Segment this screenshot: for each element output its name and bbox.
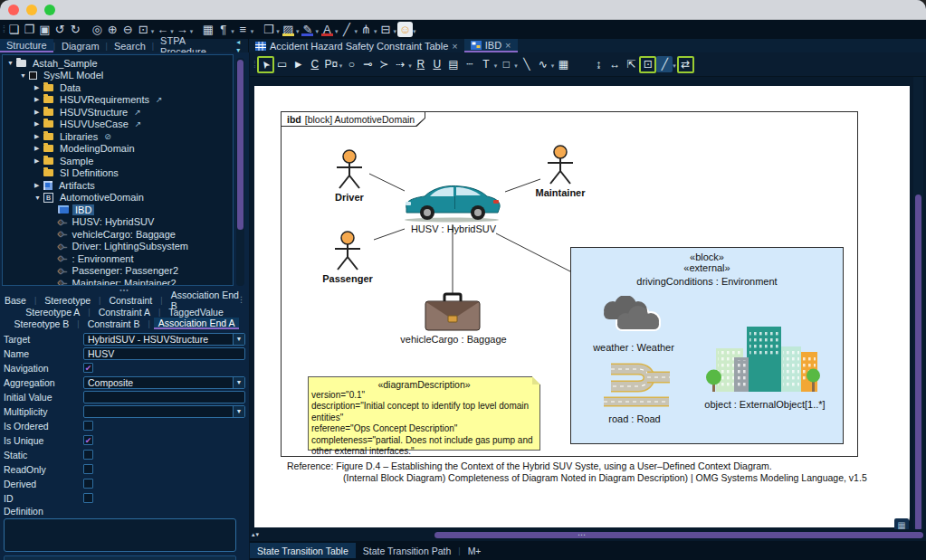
dropdown-caret-icon[interactable]: ▾ xyxy=(408,62,412,70)
tab-stereotype-a[interactable]: Stereotype A xyxy=(21,306,84,318)
aggregation-select[interactable]: Composite▼ xyxy=(83,376,245,389)
tree-item[interactable]: ▶ModelingDomain xyxy=(3,143,233,156)
navigation-checkbox[interactable] xyxy=(83,363,93,373)
tab-stpa-procedure[interactable]: STPA Procedure xyxy=(154,39,236,52)
dropdown-caret-icon[interactable]: ▾ xyxy=(494,62,498,70)
dropdown-caret-icon[interactable]: ▾ xyxy=(315,28,319,35)
tab-m-plus[interactable]: M+ xyxy=(461,543,489,558)
tree-item[interactable]: ▶Artifacts xyxy=(3,179,233,192)
horizontal-distribute-icon[interactable]: ↔ xyxy=(606,56,623,72)
tree-item[interactable]: ▶HSUVStructure↗ xyxy=(3,106,233,119)
connector-tool-icon[interactable]: C xyxy=(307,56,323,72)
tab-accident-hazard-table[interactable]: Accident Hazard Safety Constraint Table … xyxy=(249,39,464,52)
canvas-horizontal-scrollbar[interactable]: ▴▾ ⋯ xyxy=(250,529,926,541)
vertical-distribute-icon[interactable]: ↨ xyxy=(590,56,606,72)
tab-constraint-b[interactable]: Constraint B xyxy=(83,318,145,329)
expand-arrow-icon[interactable]: ▼ xyxy=(20,72,29,79)
diagram-description-note[interactable]: «diagramDescription» version="0.1" descr… xyxy=(308,376,540,451)
name-field[interactable] xyxy=(83,347,245,360)
provided-interface-tool-icon[interactable]: ⊸ xyxy=(359,56,376,72)
dropdown-caret-icon[interactable]: ▾ xyxy=(251,28,254,35)
tree-item[interactable]: ▼BAutomotiveDomain xyxy=(3,192,233,204)
zoom-tool-icon[interactable]: ◎ xyxy=(90,22,105,37)
rect-tool-icon[interactable]: □ xyxy=(498,56,514,72)
diagram-canvas[interactable]: ibd [block] AutomotiveDomain xyxy=(250,77,926,536)
tree-item[interactable]: ▶Sample xyxy=(3,155,233,167)
curve-tool-icon[interactable]: ∿ xyxy=(535,56,551,72)
actor-maintainer[interactable]: Maintainer xyxy=(531,145,589,198)
expand-arrow-icon[interactable]: ▼ xyxy=(7,60,16,66)
scrollbar-thumb[interactable] xyxy=(237,60,243,230)
briefcase-image[interactable] xyxy=(425,292,481,332)
zoom-out-icon[interactable]: ⊖ xyxy=(120,22,136,37)
dropdown-caret-icon[interactable]: ▾ xyxy=(335,28,339,35)
tab-state-transition-path[interactable]: State Transition Path xyxy=(356,543,458,558)
port-tool-icon[interactable]: P¤ xyxy=(323,56,339,72)
clouds-image[interactable] xyxy=(591,296,671,337)
diagram-page[interactable]: ibd [block] AutomotiveDomain xyxy=(254,86,910,527)
tree-scrollbar[interactable] xyxy=(236,58,244,286)
scroll-arrows-icon[interactable]: ▴▾ xyxy=(252,531,260,538)
tab-state-transition-table[interactable]: State Transition Table xyxy=(250,543,356,558)
expand-arrow-icon[interactable]: ▶ xyxy=(34,145,43,152)
fill-color-icon[interactable]: ▨ xyxy=(281,22,296,37)
layers-icon[interactable]: ❒ xyxy=(261,22,276,37)
close-tab-icon[interactable]: × xyxy=(452,41,457,52)
realization-tool-icon[interactable]: R xyxy=(413,56,429,72)
initial-value-field[interactable] xyxy=(83,391,245,403)
pen-color-icon[interactable]: ✎ xyxy=(300,22,315,37)
tree-item[interactable]: SI Definitions xyxy=(3,167,233,180)
tab-constraint-a[interactable]: Constraint A xyxy=(94,306,155,318)
dropdown-caret-icon[interactable]: ▾ xyxy=(354,28,358,35)
derived-checkbox[interactable] xyxy=(83,479,93,489)
scrollbar-handle-icon[interactable]: ⋯ xyxy=(578,530,586,539)
tree-item[interactable]: ◆‒HUSV: HybridSUV xyxy=(3,216,233,229)
tab-constraint[interactable]: Constraint xyxy=(104,294,157,306)
dependency-tool-icon[interactable]: ⇢ xyxy=(392,56,408,72)
tree-item[interactable]: ◆‒Driver: LightingSubsystem xyxy=(3,241,233,253)
multiplicity-select[interactable]: ▼ xyxy=(83,405,245,418)
tree-item[interactable]: ▶Data xyxy=(3,81,233,94)
quick-connect-icon[interactable]: ╱ xyxy=(656,56,673,72)
new-file-icon[interactable]: ❏ xyxy=(6,22,22,37)
select-cursor-icon[interactable]: ➤ xyxy=(257,56,274,73)
dropdown-caret-icon[interactable]: ▾ xyxy=(151,28,155,35)
maximize-window-icon[interactable] xyxy=(44,5,55,15)
tab-stereotype[interactable]: Stereotype xyxy=(40,294,95,306)
tab-search[interactable]: Search xyxy=(108,39,152,52)
anchor-tool-icon[interactable]: ┄ xyxy=(462,56,478,72)
dropdown-caret-icon[interactable]: ▾ xyxy=(170,28,174,35)
close-tab-icon[interactable]: × xyxy=(505,40,511,51)
dropdown-caret-icon[interactable]: ▾ xyxy=(514,62,518,70)
road-image[interactable] xyxy=(602,361,671,408)
tree-item[interactable]: ▶HSUVUseCase↗ xyxy=(3,119,233,131)
dropdown-caret-icon[interactable]: ▾ xyxy=(673,62,676,70)
dropdown-caret-icon[interactable]: ▾ xyxy=(296,28,300,35)
text-tool-icon[interactable]: T xyxy=(478,56,494,72)
frame-point-icon[interactable]: ⊡ xyxy=(639,56,656,73)
panel-menu-icon[interactable]: ⋮ xyxy=(237,295,245,304)
chevron-down-icon[interactable]: ▼ xyxy=(233,377,244,388)
dropdown-caret-icon[interactable]: ▾ xyxy=(231,28,234,35)
is-ordered-checkbox[interactable] xyxy=(83,421,93,431)
hierarchy-icon[interactable]: ⋔ xyxy=(358,22,374,37)
image-tool-icon[interactable]: ▦ xyxy=(555,56,571,72)
expand-arrow-icon[interactable]: ▶ xyxy=(34,109,43,116)
tab-taggedvalue[interactable]: TaggedValue xyxy=(164,306,228,318)
font-color-icon[interactable]: A xyxy=(320,22,335,37)
collapse-properties-button[interactable]: ▼ xyxy=(4,555,236,560)
emoji-icon[interactable]: ☺ xyxy=(397,22,413,37)
expand-arrow-icon[interactable]: ▶ xyxy=(34,182,43,189)
tree-item[interactable]: ◆‒vehicleCargo: Baggage xyxy=(3,228,233,241)
tree-item[interactable]: ▶HSUVRequirements↗ xyxy=(3,94,233,107)
expand-arrow-icon[interactable]: ▶ xyxy=(34,96,43,103)
part-tool-icon[interactable]: ▭ xyxy=(274,56,291,72)
chevron-down-icon[interactable]: ▼ xyxy=(233,334,244,345)
line-tool-icon[interactable]: ╲ xyxy=(519,56,535,72)
expand-arrow-icon[interactable]: ▼ xyxy=(34,195,43,201)
minimize-window-icon[interactable] xyxy=(26,5,37,15)
tab-base[interactable]: Base xyxy=(0,294,31,306)
fit-view-icon[interactable]: ⊡ xyxy=(136,22,151,37)
layout-icon[interactable]: ⊟ xyxy=(377,22,393,37)
dropdown-caret-icon[interactable]: ▾ xyxy=(339,62,343,70)
